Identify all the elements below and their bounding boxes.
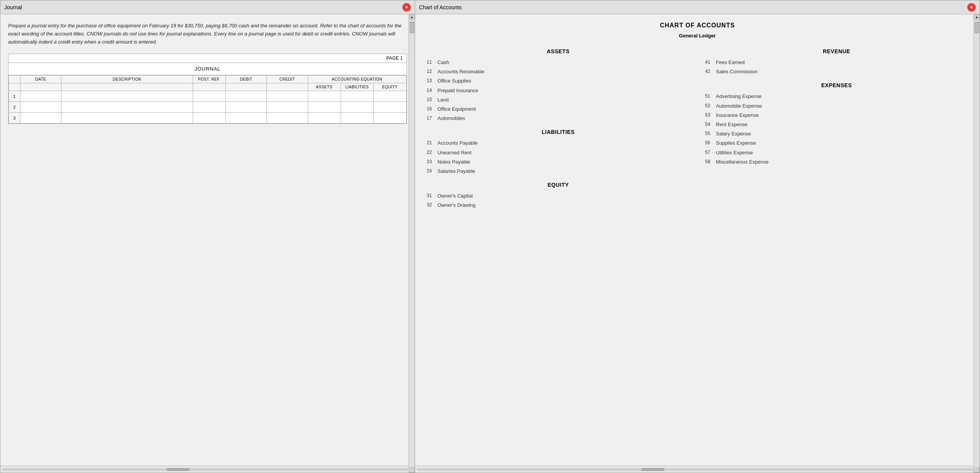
row-2-postref[interactable]: [193, 102, 226, 113]
chart-vertical-scrollbar[interactable]: ▲ ▼: [973, 14, 980, 473]
list-item: 31 Owner's Capital: [427, 193, 690, 199]
list-item: 15 Land: [427, 96, 690, 103]
chart-h-scroll-thumb[interactable]: [641, 468, 665, 471]
account-num-31: 31: [427, 193, 437, 199]
row-3-description[interactable]: [61, 113, 193, 123]
row-3-credit[interactable]: [267, 113, 308, 123]
account-num-53: 53: [705, 112, 716, 118]
col-header-liabilities: LIABILITIES: [341, 83, 373, 91]
list-item: 57 Utilities Expense: [705, 149, 968, 156]
h-scroll-thumb[interactable]: [166, 468, 190, 471]
account-name-16: Office Equipment: [437, 106, 476, 113]
account-num-17: 17: [427, 115, 437, 122]
list-item: 51 Advertising Expense: [705, 93, 968, 100]
row-1-description[interactable]: [61, 91, 193, 102]
row-2-debit[interactable]: [226, 102, 266, 113]
row-2-date[interactable]: [20, 102, 61, 113]
row-num-1: 1: [9, 91, 20, 102]
list-item: 42 Sales Commission: [705, 68, 968, 75]
account-num-21: 21: [427, 140, 437, 146]
account-name-42: Sales Commission: [716, 68, 758, 75]
row-3-debit[interactable]: [226, 113, 266, 123]
account-name-32: Owner's Drawing: [437, 202, 476, 209]
expenses-section: EXPENSES 51 Advertising Expense 52 Autom…: [705, 82, 968, 166]
account-name-56: Supplies Expense: [716, 140, 756, 147]
list-item: 12 Accounts Receivable: [427, 68, 690, 75]
table-row[interactable]: 1: [9, 91, 407, 102]
list-item: 16 Office Equipment: [427, 106, 690, 113]
account-num-22: 22: [427, 149, 437, 156]
row-2-description[interactable]: [61, 102, 193, 113]
col-header-date: DATE: [20, 76, 61, 83]
journal-title: Journal: [4, 4, 22, 10]
account-name-11: Cash: [437, 59, 449, 66]
table-row[interactable]: 3: [9, 113, 407, 123]
row-2-assets[interactable]: [308, 102, 341, 113]
row-1-debit[interactable]: [226, 91, 266, 102]
journal-close-button[interactable]: ×: [402, 3, 411, 12]
row-num-3: 3: [9, 113, 20, 123]
account-name-58: Miscellaneous Expense: [716, 159, 769, 166]
account-num-52: 52: [705, 103, 716, 109]
account-name-41: Fees Earned: [716, 59, 744, 66]
row-2-liabilities[interactable]: [341, 102, 373, 113]
account-num-24: 24: [427, 168, 437, 174]
account-name-51: Advertising Expense: [716, 93, 762, 100]
row-3-assets[interactable]: [308, 113, 341, 123]
expenses-section-title: EXPENSES: [705, 82, 968, 88]
list-item: 13 Office Supplies: [427, 78, 690, 84]
chart-h-scroll-track[interactable]: [417, 468, 978, 471]
row-1-date[interactable]: [20, 91, 61, 102]
account-name-24: Salaries Payable: [437, 168, 475, 175]
assets-section-title: ASSETS: [427, 48, 690, 54]
col-subheader-date-empty: [20, 83, 61, 91]
row-2-credit[interactable]: [267, 102, 308, 113]
list-item: 55 Salary Expense: [705, 130, 968, 137]
account-name-22: Unearned Rent: [437, 149, 471, 156]
row-1-liabilities[interactable]: [341, 91, 373, 102]
account-num-14: 14: [427, 87, 437, 94]
row-1-credit[interactable]: [267, 91, 308, 102]
col-header-debit: DEBIT: [226, 76, 266, 83]
row-1-assets[interactable]: [308, 91, 341, 102]
account-num-13: 13: [427, 78, 437, 84]
list-item: 14 Prepaid Insurance: [427, 87, 690, 94]
row-3-equity[interactable]: [373, 113, 406, 123]
list-item: 17 Automobiles: [427, 115, 690, 122]
account-name-12: Accounts Receivable: [437, 68, 484, 75]
journal-panel: Journal × ▲ ▼ Prepare a journal entry fo…: [0, 0, 415, 473]
chart-close-button[interactable]: ×: [967, 3, 976, 12]
row-3-date[interactable]: [20, 113, 61, 123]
table-row[interactable]: 2: [9, 102, 407, 113]
chart-horizontal-scrollbar[interactable]: [415, 466, 980, 473]
col-subheader-debit-empty: [226, 83, 266, 91]
page-label: PAGE 1: [8, 54, 407, 63]
account-num-42: 42: [705, 68, 716, 75]
chart-scroll-track[interactable]: [974, 20, 980, 467]
account-name-21: Accounts Payable: [437, 140, 478, 147]
list-item: 24 Salaries Payable: [427, 168, 690, 175]
chart-panel: Chart of Accounts × ▲ ▼ CHART OF ACCOUNT…: [415, 0, 980, 473]
list-item: 21 Accounts Payable: [427, 140, 690, 147]
account-name-23: Notes Payable: [437, 159, 470, 166]
chart-title: Chart of Accounts: [419, 4, 462, 10]
chart-titlebar: Chart of Accounts ×: [415, 0, 980, 14]
journal-content: Prepare a journal entry for the purchase…: [0, 14, 415, 466]
list-item: 52 Automobile Expense: [705, 103, 968, 110]
chart-scroll-up-arrow[interactable]: ▲: [974, 14, 980, 20]
col-header-assets: ASSETS: [308, 83, 341, 91]
row-2-equity[interactable]: [373, 102, 406, 113]
journal-horizontal-scrollbar[interactable]: [0, 466, 415, 473]
row-1-equity[interactable]: [373, 91, 406, 102]
revenue-section-title: REVENUE: [705, 48, 968, 54]
row-1-postref[interactable]: [193, 91, 226, 102]
chart-scroll-thumb[interactable]: [975, 22, 979, 33]
journal-instructions: Prepare a journal entry for the purchase…: [8, 22, 407, 46]
col-header-equity: EQUITY: [373, 83, 406, 91]
equity-list: 31 Owner's Capital 32 Owner's Drawing: [427, 193, 690, 209]
h-scroll-track[interactable]: [2, 468, 413, 471]
row-3-liabilities[interactable]: [341, 113, 373, 123]
row-3-postref[interactable]: [193, 113, 226, 123]
assets-list: 11 Cash 12 Accounts Receivable 13 Office…: [427, 59, 690, 122]
journal-header: JOURNAL: [8, 63, 407, 75]
